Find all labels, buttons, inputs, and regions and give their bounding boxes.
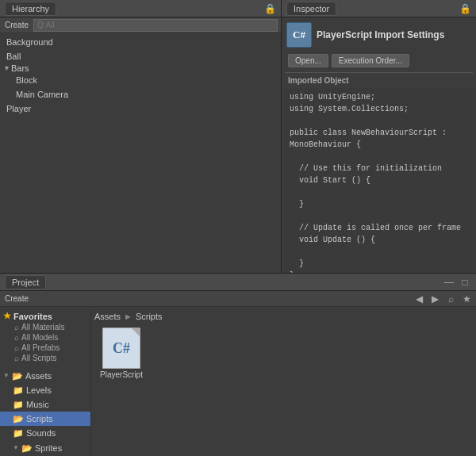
code-line: void Update () { [290, 234, 468, 246]
inspector-title-bar: Inspector 🔒 [282, 0, 476, 17]
separator [285, 72, 473, 73]
lock-icon[interactable]: 🔒 [459, 2, 471, 15]
settings-icon[interactable]: □ [459, 276, 471, 289]
code-line: } [290, 198, 468, 210]
hierarchy-search-input[interactable] [33, 19, 278, 32]
list-item[interactable]: Bars [3, 63, 278, 73]
star-icon[interactable]: ★ [460, 293, 473, 305]
list-item[interactable]: Ball [3, 49, 278, 63]
code-line [290, 151, 468, 163]
code-line: } [290, 258, 468, 270]
search-icon: ⌕ [14, 354, 19, 362]
folder-open-icon: 📂 [21, 442, 33, 454]
sidebar-item-all-materials[interactable]: ⌕ All Materials [3, 322, 87, 332]
inspector-panel: Inspector 🔒 C# PlayerScript Import Setti… [282, 0, 476, 273]
project-main-area: Assets ► Scripts C# PlayerScript [91, 307, 476, 456]
sidebar-item-levels[interactable]: 📁 Levels [0, 383, 90, 397]
code-line: public class NewBehaviourScript : MonoBe… [290, 127, 468, 151]
sidebar-item-scripts[interactable]: 📂 Scripts [0, 412, 90, 426]
folder-icon: 📁 [13, 384, 24, 397]
sidebar-item-music[interactable]: 📁 Music [0, 397, 90, 412]
cs-file-icon: C# [286, 22, 312, 48]
sidebar-item-all-prefabs[interactable]: ⌕ All Prefabs [3, 343, 87, 353]
code-line: void Start () { [290, 174, 468, 186]
project-tab[interactable]: Project [5, 275, 46, 289]
cs-file-icon: C# [102, 328, 140, 369]
asset-grid: C# PlayerScript [94, 324, 473, 382]
breadcrumb-assets[interactable]: Assets [94, 312, 121, 321]
sidebar-item-assets[interactable]: 📂 Assets [0, 368, 90, 383]
search-icon: ⌕ [14, 323, 19, 331]
list-item[interactable]: Player [3, 102, 278, 116]
project-toolbar: Create ◀ ▶ ⌕ ★ [0, 291, 476, 307]
code-line [290, 115, 468, 127]
project-content: ★ Favorites ⌕ All Materials ⌕ All Models… [0, 307, 476, 456]
asset-item-playerscript[interactable]: C# PlayerScript [98, 328, 145, 379]
hierarchy-content: Background Ball Bars Block Main Camera P… [0, 33, 281, 273]
folder-icon: 📂 [13, 412, 24, 425]
code-preview: using UnityEngine; using System.Collecti… [285, 88, 473, 273]
open-button[interactable]: Open... [288, 54, 328, 67]
forward-icon[interactable]: ▶ [428, 293, 441, 305]
inspector-tab[interactable]: Inspector [286, 2, 336, 16]
folder-icon: 📁 [13, 398, 24, 411]
sidebar-item-sprites[interactable]: 📂 Sprites [0, 440, 90, 455]
pin-icon[interactable]: ― [443, 276, 455, 289]
execution-order-button[interactable]: Execution Order... [332, 54, 409, 67]
star-icon: ★ [3, 311, 11, 321]
code-line: // Use this for initialization [290, 163, 468, 174]
folder-icon: 📁 [13, 427, 24, 439]
inspector-buttons-row: Open... Execution Order... [285, 52, 473, 71]
hierarchy-title-bar: Hierarchy 🔒 [0, 0, 281, 17]
asset-label: PlayerScript [100, 370, 143, 379]
project-title-icons: ― □ [443, 276, 471, 289]
code-line [290, 210, 468, 222]
project-title-bar: Project ― □ [0, 274, 476, 291]
sidebar-item-sounds[interactable]: 📁 Sounds [0, 426, 90, 440]
script-title: PlayerScript Import Settings [317, 29, 444, 40]
breadcrumb: Assets ► Scripts [94, 310, 473, 324]
inspector-lock-area: 🔒 [459, 2, 471, 15]
project-create-button[interactable]: Create [3, 294, 30, 303]
hierarchy-lock-area: 🔒 [263, 2, 276, 15]
chevron-down-icon [13, 441, 19, 454]
imported-object-label: Imported Object [285, 75, 473, 86]
search-icon: ⌕ [14, 333, 19, 342]
code-line: } [290, 270, 468, 273]
favorites-section: ★ Favorites ⌕ All Materials ⌕ All Models… [0, 308, 90, 365]
breadcrumb-scripts[interactable]: Scripts [136, 312, 163, 321]
project-panel: Project ― □ Create ◀ ▶ ⌕ ★ ★ Favorites ⌕… [0, 274, 476, 456]
code-line: // Update is called once per frame [290, 222, 468, 234]
project-sidebar: ★ Favorites ⌕ All Materials ⌕ All Models… [0, 307, 91, 456]
back-icon[interactable]: ◀ [413, 293, 425, 305]
list-item[interactable]: Block [3, 73, 278, 87]
breadcrumb-arrow: ► [124, 312, 132, 321]
hierarchy-tab[interactable]: Hierarchy [5, 2, 56, 16]
favorites-header: ★ Favorites [3, 310, 87, 322]
inspector-content: C# PlayerScript Import Settings Open... … [282, 17, 476, 273]
sidebar-item-all-models[interactable]: ⌕ All Models [3, 332, 87, 343]
folder-open-icon: 📂 [12, 370, 23, 382]
code-line: using UnityEngine; [290, 91, 468, 103]
code-line: using System.Collections; [290, 103, 468, 115]
lock-icon[interactable]: 🔒 [263, 2, 276, 15]
search-icon: ⌕ [14, 343, 19, 352]
assets-folder-section: 📂 Assets 📁 Levels 📁 Music 📂 Scripts 📁 [0, 368, 90, 456]
code-line [290, 246, 468, 258]
chevron-down-icon [3, 369, 10, 382]
chevron-down-icon [3, 64, 11, 72]
script-header: C# PlayerScript Import Settings [285, 21, 473, 49]
hierarchy-panel: Hierarchy 🔒 Create Background Ball Bars … [0, 0, 282, 273]
project-toolbar-icons: ◀ ▶ ⌕ ★ [413, 293, 473, 305]
code-line [290, 186, 468, 198]
search-icon[interactable]: ⌕ [444, 293, 457, 305]
list-item[interactable]: Main Camera [3, 87, 278, 102]
list-item[interactable]: Background [3, 35, 278, 49]
sidebar-item-all-scripts[interactable]: ⌕ All Scripts [3, 353, 87, 363]
hierarchy-toolbar: Create [0, 17, 281, 33]
hierarchy-create-button[interactable]: Create [3, 21, 30, 29]
